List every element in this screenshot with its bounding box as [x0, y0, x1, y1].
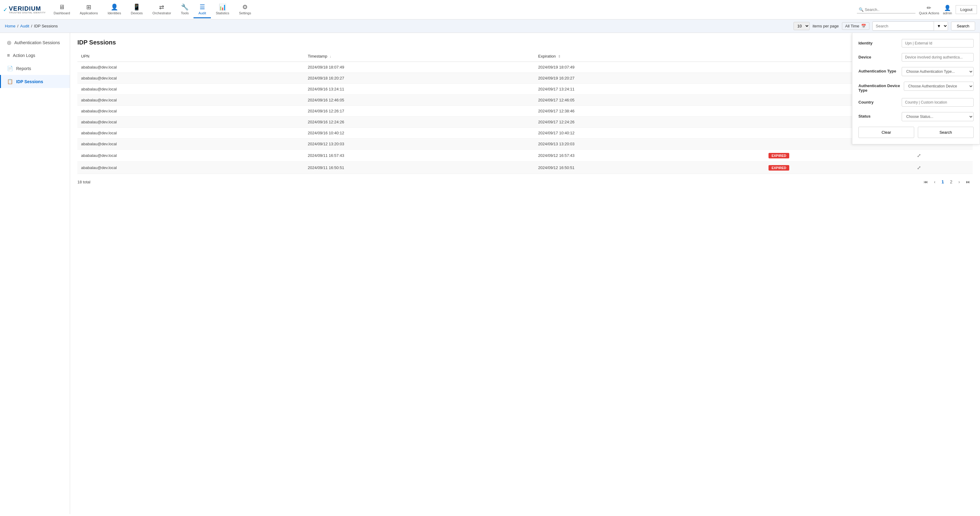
nav-item-settings[interactable]: ⚙ Settings	[234, 1, 256, 18]
nav-items: 🖥 Dashboard ⊞ Applications 👤 Identities …	[49, 1, 857, 18]
nav-item-applications[interactable]: ⊞ Applications	[75, 1, 103, 18]
quick-actions-button[interactable]: ✏ Quick Actions	[919, 5, 939, 15]
sidebar: ◎ Authentication Sessions ≡ Action Logs …	[0, 33, 70, 514]
cell-action: ⤢	[913, 162, 973, 174]
pagination-first[interactable]: ⏮	[921, 178, 930, 186]
nav-label-orchestrator: Orchestrator	[152, 11, 171, 15]
filter-input-identity[interactable]	[902, 39, 974, 48]
nav-right: 🔍 ✏ Quick Actions 👤 admin Logout	[857, 5, 977, 15]
admin-button[interactable]: 👤 admin	[943, 5, 952, 15]
filter-label-identity: Identity	[858, 39, 898, 45]
table-row: ababalau@dev.local2024/09/16 12:24:26202…	[77, 117, 973, 128]
sidebar-item-idp-sessions[interactable]: 📋 IDP Sessions	[0, 75, 70, 88]
calendar-icon: 📅	[861, 24, 866, 28]
cell-expiration: 2024/09/13 13:20:03	[535, 138, 765, 149]
logout-button[interactable]: Logout	[956, 5, 977, 14]
col-upn: UPN	[77, 51, 304, 62]
auth-sessions-icon: ◎	[7, 40, 11, 45]
logo-text: VERIDIUM TRUSTED DIGITAL IDENTITY	[9, 5, 46, 14]
expiration-sort-icon: ⇕	[558, 54, 561, 58]
filter-row-identity: Identity	[858, 39, 974, 48]
nav-item-tools[interactable]: 🔧 Tools	[176, 1, 194, 18]
nav-label-identities: Identities	[108, 11, 121, 15]
idp-sessions-table: UPN Timestamp ↓ Expiration ⇕ ababalau	[77, 51, 973, 174]
open-row-icon[interactable]: ⤢	[917, 153, 921, 158]
cell-expiration: 2024/09/17 12:46:05	[535, 95, 765, 106]
breadcrumb-bar: Home / Audit / IDP Sessions 10 items per…	[0, 19, 980, 33]
nav-item-orchestrator[interactable]: ⇄ Orchestrator	[148, 1, 176, 18]
table-row: ababalau@dev.local2024/09/16 12:46:05202…	[77, 95, 973, 106]
filter-actions: Clear Search	[858, 127, 974, 138]
table-row: ababalau@dev.local2024/09/16 13:24:11202…	[77, 84, 973, 95]
nav-item-audit[interactable]: ☰ Audit	[194, 1, 211, 18]
sidebar-item-reports[interactable]: 📄 Reports	[0, 62, 70, 75]
cell-timestamp: 2024/09/16 12:46:05	[304, 95, 535, 106]
open-row-icon[interactable]: ⤢	[917, 165, 921, 170]
nav-label-applications: Applications	[80, 11, 98, 15]
search-filter-dropdown[interactable]: ▼	[934, 22, 948, 30]
pagination-prev[interactable]: ‹	[932, 178, 938, 186]
filter-clear-button[interactable]: Clear	[858, 127, 914, 138]
admin-label: admin	[943, 11, 952, 15]
col-timestamp[interactable]: Timestamp ↓	[304, 51, 535, 62]
nav-label-dashboard: Dashboard	[54, 11, 70, 15]
date-filter[interactable]: All Time 📅	[842, 22, 869, 30]
nav-item-devices[interactable]: 📱 Devices	[126, 1, 148, 18]
table-header: UPN Timestamp ↓ Expiration ⇕	[77, 51, 973, 62]
top-search-box[interactable]: 🔍	[857, 6, 915, 13]
filter-select-auth-type[interactable]: Choose Authentication Type...	[902, 67, 974, 76]
top-search-input[interactable]	[865, 7, 913, 12]
table-row: ababalau@dev.local2024/09/11 16:50:51202…	[77, 162, 973, 174]
filter-input-country[interactable]	[902, 98, 974, 106]
search-button[interactable]: Search	[951, 22, 975, 30]
audit-icon: ☰	[200, 3, 205, 11]
cell-expiration: 2024/09/19 16:20:27	[535, 73, 765, 84]
filter-select-auth-device-type[interactable]: Choose Authentication Device	[904, 82, 974, 91]
search-icon: 🔍	[859, 7, 864, 12]
nav-item-statistics[interactable]: 📊 Statistics	[211, 1, 234, 18]
cell-status: EXPIRED	[765, 162, 913, 174]
pagination-page-2[interactable]: 2	[948, 178, 955, 186]
orchestrator-icon: ⇄	[159, 3, 164, 11]
sidebar-item-action-logs[interactable]: ≡ Action Logs	[0, 49, 70, 62]
cell-upn: ababalau@dev.local	[77, 128, 304, 138]
nav-item-dashboard[interactable]: 🖥 Dashboard	[49, 1, 75, 18]
sidebar-label-idp-sessions: IDP Sessions	[16, 79, 43, 84]
nav-label-devices: Devices	[131, 11, 143, 15]
filter-select-status[interactable]: Choose Status...	[902, 112, 974, 121]
filter-label-auth-type: Authentication Type	[858, 67, 898, 73]
items-per-page-select[interactable]: 10	[794, 22, 810, 30]
table-row: ababalau@dev.local2024/09/11 16:57:43202…	[77, 149, 973, 162]
pagination-next[interactable]: ›	[956, 178, 963, 186]
identities-icon: 👤	[111, 3, 118, 11]
logo: ✓ VERIDIUM TRUSTED DIGITAL IDENTITY	[3, 5, 46, 14]
sidebar-label-auth-sessions: Authentication Sessions	[14, 40, 60, 45]
main-layout: ◎ Authentication Sessions ≡ Action Logs …	[0, 33, 980, 514]
filter-label-auth-device-type: Authentication DeviceType	[858, 82, 900, 93]
pagination-last[interactable]: ⏭	[964, 178, 973, 186]
cell-action: ⤢	[913, 149, 973, 162]
applications-icon: ⊞	[86, 3, 91, 11]
table-row: ababalau@dev.local2024/09/12 13:20:03202…	[77, 138, 973, 149]
brand-tagline: TRUSTED DIGITAL IDENTITY	[9, 11, 46, 14]
filter-row-auth-type: Authentication Type Choose Authenticatio…	[858, 67, 974, 76]
filter-input-device[interactable]	[902, 53, 974, 62]
filter-panel: Identity Device Authentication Type Choo…	[852, 33, 980, 144]
breadcrumb-audit[interactable]: Audit	[20, 24, 29, 28]
search-filter-input[interactable]	[873, 22, 934, 30]
devices-icon: 📱	[133, 3, 140, 11]
nav-item-identities[interactable]: 👤 Identities	[103, 1, 126, 18]
page-title: IDP Sessions	[77, 39, 973, 46]
search-filter-box: ▼	[872, 21, 948, 31]
cell-upn: ababalau@dev.local	[77, 73, 304, 84]
tools-icon: 🔧	[181, 3, 189, 11]
col-expiration[interactable]: Expiration ⇕	[535, 51, 765, 62]
cell-upn: ababalau@dev.local	[77, 62, 304, 73]
pagination-page-1[interactable]: 1	[939, 178, 947, 186]
total-count: 18 total	[77, 180, 91, 184]
sidebar-item-auth-sessions[interactable]: ◎ Authentication Sessions	[0, 36, 70, 49]
breadcrumb-home[interactable]: Home	[5, 24, 16, 28]
cell-timestamp: 2024/09/16 13:24:11	[304, 84, 535, 95]
table-body: ababalau@dev.local2024/09/18 18:07:49202…	[77, 62, 973, 174]
filter-search-button[interactable]: Search	[918, 127, 974, 138]
